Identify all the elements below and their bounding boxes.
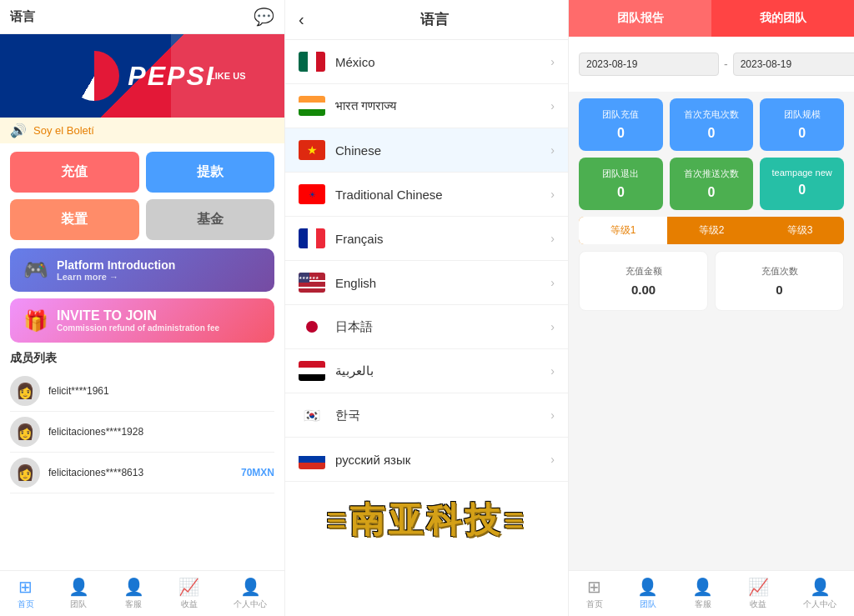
right-income-icon: 📈 xyxy=(748,577,769,597)
lang-item-india[interactable]: भारत गणराज्य › xyxy=(285,84,568,128)
withdraw-button[interactable]: 提款 xyxy=(146,152,275,193)
chevron-icon-mexico: › xyxy=(550,55,555,68)
middle-panel: ‹ 语言 México › भारत गणराज्य › ★ Chinese ›… xyxy=(284,0,569,616)
nav-income-label: 收益 xyxy=(181,598,198,610)
flag-japan xyxy=(299,317,325,337)
lang-name-french: Français xyxy=(335,232,540,246)
nav-home-label: 首页 xyxy=(18,598,34,610)
lang-item-russian[interactable]: русский язык › xyxy=(285,438,568,482)
scroll-text-bar: 🔊 Soy el Boletí xyxy=(0,118,284,143)
lang-item-korean[interactable]: 🇰🇷 한국 › xyxy=(285,393,568,438)
right-nav-service[interactable]: 👤 客服 xyxy=(692,577,713,610)
level-tab-1[interactable]: 等级1 xyxy=(579,217,667,244)
stat-card-team-size: 团队规模 0 xyxy=(760,98,844,151)
flag-russia xyxy=(299,449,325,469)
right-nav-team[interactable]: 👤 团队 xyxy=(637,577,658,610)
chat-icon[interactable]: 💬 xyxy=(254,7,274,27)
chevron-icon-english: › xyxy=(550,276,555,289)
level-stat-recharge-count: 充值次数 0 xyxy=(715,251,844,311)
right-nav-home[interactable]: ⊞ 首页 xyxy=(586,577,603,610)
fund-button[interactable]: 基金 xyxy=(146,199,275,240)
right-nav-service-label: 客服 xyxy=(695,598,711,610)
right-top-tabs: 团队报告 我的团队 xyxy=(569,0,854,37)
recharge-button[interactable]: 充值 xyxy=(10,152,139,193)
action-buttons: 充值 提款 装置 基金 xyxy=(0,143,284,248)
right-nav-profile[interactable]: 👤 个人中心 xyxy=(803,577,836,610)
stat-team-exit-title: 团队退出 xyxy=(585,168,656,180)
lang-item-chinese[interactable]: ★ Chinese › xyxy=(285,128,568,173)
team-icon: 👤 xyxy=(68,577,89,597)
stat-card-teampage-new: teampage new 0 xyxy=(760,158,844,210)
left-bottom-nav: ⊞ 首页 👤 团队 👤 客服 📈 收益 👤 个人中心 xyxy=(0,570,284,616)
home-icon: ⊞ xyxy=(18,577,33,597)
equip-button[interactable]: 装置 xyxy=(10,199,139,240)
lang-item-english[interactable]: ★★★★★★★★★ English › xyxy=(285,261,568,305)
pepsi-circle xyxy=(69,51,119,101)
right-home-icon: ⊞ xyxy=(587,577,601,597)
back-arrow-icon[interactable]: ‹ xyxy=(299,10,304,29)
left-panel: 语言 💬 PEPSI LIKE US 🔊 Soy el Boletí 充值 提款… xyxy=(0,0,284,616)
nav-team-label: 团队 xyxy=(70,598,87,610)
level-recharge-amount-value: 0.00 xyxy=(586,283,701,297)
member-amount-3: 70MXN xyxy=(241,467,274,478)
tab-team-report[interactable]: 团队报告 xyxy=(569,0,711,37)
stat-first-push-value: 0 xyxy=(676,185,747,200)
nav-service-label: 客服 xyxy=(125,598,142,610)
lang-item-french[interactable]: Français › xyxy=(285,217,568,261)
promo-platform-banner[interactable]: 🎮 Platform Introduction Learn more → xyxy=(10,248,274,292)
right-panel: 团队报告 我的团队 - 搜索 团队充值 0 首次充电次数 0 团队规模 0 团队… xyxy=(569,0,854,616)
member-item-3: 👩 felicitaciones****8613 70MXN xyxy=(10,453,274,493)
service-icon: 👤 xyxy=(123,577,144,597)
tab-my-team[interactable]: 我的团队 xyxy=(711,0,854,37)
left-header-title: 语言 xyxy=(10,9,35,25)
right-nav-profile-label: 个人中心 xyxy=(803,598,836,610)
stat-card-recharge: 团队充值 0 xyxy=(579,98,663,151)
chevron-icon-arabic: › xyxy=(550,364,555,378)
lang-item-mexico[interactable]: México › xyxy=(285,40,568,84)
nav-income[interactable]: 📈 收益 xyxy=(178,577,199,610)
lang-name-mexico: México xyxy=(335,55,540,69)
flag-france xyxy=(299,228,325,248)
nav-home[interactable]: ⊞ 首页 xyxy=(18,577,34,610)
lang-name-arabic: بالعربية xyxy=(335,363,540,378)
member-avatar-3: 👩 xyxy=(10,458,40,488)
level-tab-bar: 等级1 等级2 等级3 xyxy=(579,217,844,244)
member-item-2: 👩 felicitaciones****1928 xyxy=(10,412,274,453)
lang-item-japanese[interactable]: 日本語 › xyxy=(285,305,568,349)
stat-first-charge-value: 0 xyxy=(676,126,747,141)
level-recharge-count-title: 充值次数 xyxy=(722,265,836,278)
flag-korea: 🇰🇷 xyxy=(299,405,325,425)
date-to-input[interactable] xyxy=(733,53,854,76)
flag-mexico xyxy=(299,52,325,72)
right-nav-income[interactable]: 📈 收益 xyxy=(748,577,769,610)
language-list: México › भारत गणराज्य › ★ Chinese › ☀ Tr… xyxy=(285,40,568,616)
lang-name-india: भारत गणराज्य xyxy=(335,98,540,113)
stat-recharge-title: 团队充值 xyxy=(585,108,656,121)
lang-item-traditional-chinese[interactable]: ☀ Traditional Chinese › xyxy=(285,173,568,217)
chevron-icon-japanese: › xyxy=(550,320,555,333)
nav-profile[interactable]: 👤 个人中心 xyxy=(234,577,267,610)
chevron-icon-russian: › xyxy=(550,453,555,466)
date-from-input[interactable] xyxy=(579,53,719,76)
nav-service[interactable]: 👤 客服 xyxy=(123,577,144,610)
member-avatar-1: 👩 xyxy=(10,376,40,406)
chevron-icon-india: › xyxy=(550,99,555,113)
flag-taiwan: ☀ xyxy=(299,184,325,204)
stat-team-size-value: 0 xyxy=(766,126,837,141)
stat-recharge-value: 0 xyxy=(585,126,656,141)
flag-usa: ★★★★★★★★★ xyxy=(299,273,325,293)
date-filter: - 搜索 xyxy=(569,37,854,92)
lang-name-traditional-chinese: Traditional Chinese xyxy=(335,188,540,202)
nav-team[interactable]: 👤 团队 xyxy=(68,577,89,610)
stat-card-team-exit: 团队退出 0 xyxy=(579,158,663,210)
right-nav-team-label: 团队 xyxy=(640,598,656,610)
flag-china: ★ xyxy=(299,140,325,160)
lang-item-arabic[interactable]: بالعربية › xyxy=(285,349,568,393)
chevron-icon-traditional-chinese: › xyxy=(550,188,555,201)
level-tab-3[interactable]: 等级3 xyxy=(756,217,844,244)
stat-first-push-title: 首次推送次数 xyxy=(676,168,747,180)
level-tab-2[interactable]: 等级2 xyxy=(667,217,756,244)
speaker-icon: 🔊 xyxy=(10,123,27,138)
promo-invite-banner[interactable]: 🎁 INVITE TO JOIN Commission refund of ad… xyxy=(10,298,274,343)
right-nav-income-label: 收益 xyxy=(750,598,766,610)
